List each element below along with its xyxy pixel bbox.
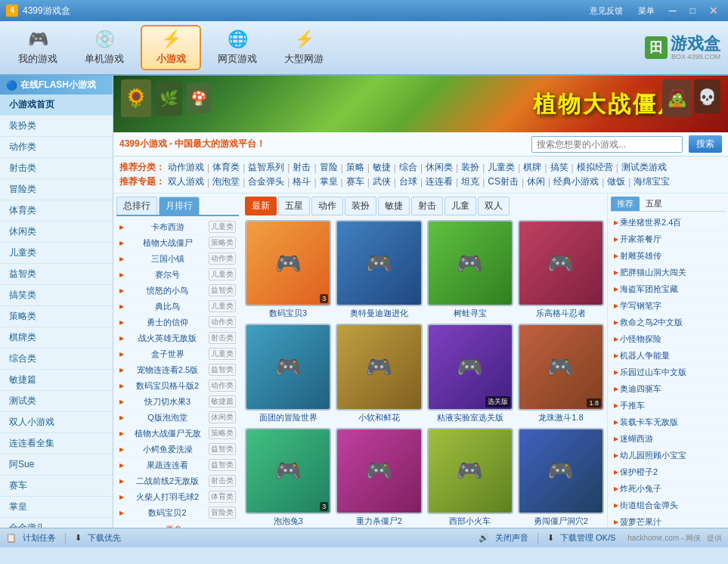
sidebar-item-palm[interactable]: 掌皇 — [0, 497, 113, 518]
rec-item[interactable]: 手推车 — [611, 398, 725, 414]
rec-item[interactable]: 海盗军团抢宝藏 — [611, 281, 725, 298]
sidebar-item-metal[interactable]: 合金弹头 — [0, 518, 113, 528]
rec-item[interactable]: 机器人争能量 — [611, 348, 725, 364]
cat-comprehensive[interactable]: 综合 — [399, 161, 417, 174]
game-card[interactable]: 🎮 小软和鲜花 — [336, 324, 422, 423]
topic-palm[interactable]: 掌皇 — [320, 175, 338, 188]
tab-big-games[interactable]: ⚡ 大型网游 — [274, 25, 334, 70]
sidebar-item-board[interactable]: 棋牌类 — [0, 327, 113, 349]
game-card[interactable]: 🎮 西部小火车 — [427, 428, 513, 527]
sidebar-item-agile[interactable]: 敏捷篇 — [0, 370, 113, 391]
topic-llk[interactable]: 连连看 — [426, 175, 453, 188]
sidebar-item-two-player[interactable]: 双人小游戏 — [0, 412, 113, 433]
sidebar-item-home[interactable]: 小游戏首页 — [0, 95, 113, 116]
cat-strategy[interactable]: 策略 — [346, 161, 364, 174]
game-list-item[interactable]: 勇士的信仰动作类 — [116, 315, 239, 330]
rec-item[interactable]: 救命之鸟2中文版 — [611, 315, 725, 331]
topic-fight[interactable]: 格斗 — [293, 175, 311, 188]
menu-link[interactable]: 菜单 — [634, 4, 659, 18]
rec-item[interactable]: 保护橙子2 — [611, 464, 725, 481]
game-list-item[interactable]: 二战前线2无敌版射击类 — [116, 473, 239, 489]
close-button[interactable]: ✕ — [705, 5, 722, 17]
rec-item[interactable]: 小怪物探险 — [611, 331, 725, 348]
tab-recommend[interactable]: 推荐 — [611, 197, 640, 211]
sidebar-item-race[interactable]: 赛车 — [0, 476, 113, 497]
game-card[interactable]: 🎮 奥特曼迪迦进化 — [336, 220, 422, 319]
game-list-item[interactable]: 愤怒的小鸟益智类 — [116, 283, 239, 299]
cat-adventure[interactable]: 冒险 — [320, 161, 338, 174]
tab-total-ranking[interactable]: 总排行 — [116, 197, 157, 215]
sidebar-item-lianliankan[interactable]: 连连看全集 — [0, 433, 113, 454]
topic-race[interactable]: 赛车 — [346, 175, 364, 188]
cat-action[interactable]: 动作游戏 — [168, 161, 204, 174]
subtab-action[interactable]: 动作 — [311, 197, 343, 215]
cat-puzzle[interactable]: 益智系列 — [248, 161, 284, 174]
sidebar-item-adventure[interactable]: 冒险类 — [0, 179, 113, 200]
topic-metal[interactable]: 合金弹头 — [248, 175, 284, 188]
game-list-item[interactable]: 植物大战僵尸无敌策略类 — [116, 426, 239, 442]
cat-funny[interactable]: 搞笑 — [550, 161, 568, 174]
cat-dress[interactable]: 装扮 — [461, 161, 479, 174]
cat-agile[interactable]: 敏捷 — [373, 161, 391, 174]
download-priority-label[interactable]: 下载优先 — [88, 532, 121, 544]
sidebar-item-shoot[interactable]: 射击类 — [0, 158, 113, 179]
cat-board[interactable]: 棋牌 — [523, 161, 541, 174]
game-card[interactable]: 🎮 勇闯僵尸洞穴2 — [518, 428, 604, 527]
game-card[interactable]: 🎮 树蛙寻宝 — [427, 220, 513, 319]
game-list-item[interactable]: 典比鸟儿童类 — [116, 299, 239, 315]
game-list-item[interactable]: 三国小镇动作类 — [116, 251, 239, 267]
cat-shoot[interactable]: 射击 — [293, 161, 311, 174]
game-card[interactable]: 🎮 1.8 龙珠激斗1.8 — [518, 324, 604, 423]
rec-item[interactable]: 街道组合金弹头 — [611, 497, 725, 514]
rec-item[interactable]: 乘坐猪世界2.4百 — [611, 215, 725, 231]
game-list-item[interactable]: 果蔬连连看益智类 — [116, 457, 239, 473]
subtab-new[interactable]: 最新 — [245, 197, 277, 215]
game-card[interactable]: 🎮 重力杀僵尸2 — [336, 428, 422, 527]
topic-cs[interactable]: CS射击 — [488, 175, 519, 188]
rec-item[interactable]: 肥胖猫山洞大闯关 — [611, 265, 725, 281]
rec-item[interactable]: 射雕英雄传 — [611, 248, 725, 265]
tab-fivestar-rec[interactable]: 五星 — [640, 197, 668, 211]
game-list-item[interactable]: 快刀切水果3敏捷篇 — [116, 394, 239, 410]
game-list-item[interactable]: 赛尔号儿童类 — [116, 267, 239, 283]
sidebar-item-children[interactable]: 儿童类 — [0, 243, 113, 264]
task-label[interactable]: 计划任务 — [23, 532, 56, 544]
topic-leisure[interactable]: 休闲 — [527, 175, 545, 188]
sidebar-item-action[interactable]: 动作类 — [0, 137, 113, 158]
game-list-item[interactable]: Q版泡泡堂休闲类 — [116, 410, 239, 426]
feedback-link[interactable]: 意见反馈 — [585, 4, 627, 18]
sidebar-item-casual[interactable]: 休闲类 — [0, 222, 113, 243]
tab-single-games[interactable]: 💿 单机游戏 — [74, 25, 135, 70]
topic-2player[interactable]: 双人游戏 — [168, 175, 204, 188]
sidebar-item-test[interactable]: 测试类 — [0, 391, 113, 412]
subtab-agile[interactable]: 敏捷 — [378, 197, 410, 215]
game-card[interactable]: 🎮 3 泡泡兔3 — [245, 428, 331, 527]
subtab-two[interactable]: 双人 — [478, 197, 510, 215]
topic-bubble[interactable]: 泡泡堂 — [212, 175, 240, 188]
sidebar-item-strategy[interactable]: 策略类 — [0, 306, 113, 327]
game-list-item[interactable]: 数码宝贝格斗版2动作类 — [116, 378, 239, 394]
minimize-button[interactable]: ─ — [665, 5, 680, 17]
cat-sim[interactable]: 模拟经营 — [577, 161, 613, 174]
search-input[interactable] — [531, 136, 683, 153]
game-list-item[interactable]: 植物大战僵尸策略类 — [116, 235, 239, 251]
game-list-item[interactable]: 小鳄鱼爱洗澡益智类 — [116, 442, 239, 457]
tab-mini-games[interactable]: ⚡ 小游戏 — [141, 25, 201, 70]
maximize-button[interactable]: □ — [686, 5, 699, 16]
rec-item[interactable]: 幼儿园照顾小宝宝 — [611, 448, 725, 464]
cat-casual[interactable]: 休闲类 — [426, 161, 453, 174]
subtab-shoot[interactable]: 射击 — [411, 197, 443, 215]
rec-item[interactable]: 乐园过山车中文版 — [611, 364, 725, 381]
topic-wuxia[interactable]: 武侠 — [373, 175, 391, 188]
rec-item[interactable]: 炸死小兔子 — [611, 481, 725, 497]
download-status-label[interactable]: 下载管理 OK/S — [560, 532, 615, 544]
sidebar-item-funny[interactable]: 搞笑类 — [0, 285, 113, 306]
game-card[interactable]: 🎮 3 数码宝贝3 — [245, 220, 331, 319]
game-card[interactable]: 🎮 选关版 粘液实验室选关版 — [427, 324, 513, 423]
game-list-item[interactable]: 火柴人打羽毛球2体育类 — [116, 489, 239, 505]
game-list-item[interactable]: 盒子世界儿童类 — [116, 346, 239, 362]
sidebar-item-综合[interactable]: 综合类 — [0, 349, 113, 370]
game-list-item[interactable]: 卡布西游儿童类 — [116, 219, 239, 235]
game-list-item[interactable]: 数码宝贝2冒险类 — [116, 505, 239, 521]
topic-billiard[interactable]: 台球 — [399, 175, 417, 188]
